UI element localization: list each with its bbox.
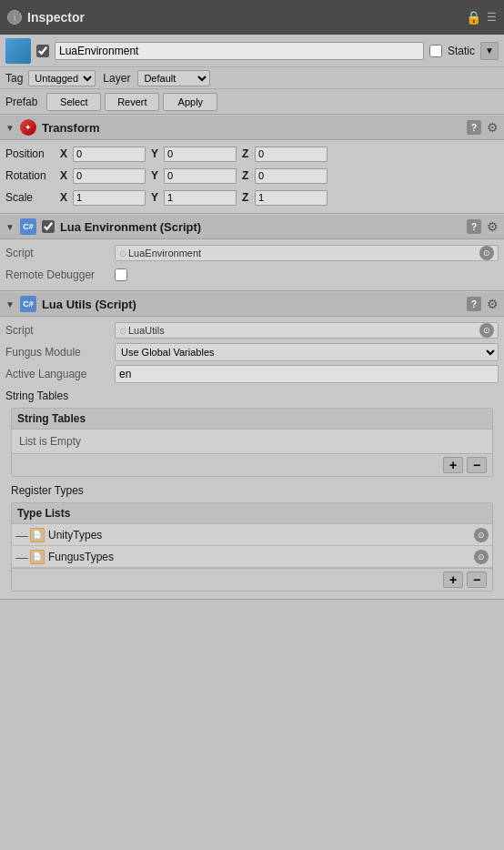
rot-z-input[interactable] xyxy=(255,168,328,184)
header-bar: i Inspector 🔒 ☰ xyxy=(0,0,504,35)
layer-select[interactable]: Default xyxy=(137,70,210,86)
object-name-input[interactable] xyxy=(55,42,424,60)
info-icon: i xyxy=(7,10,22,25)
string-tables-remove-button[interactable]: − xyxy=(467,457,487,473)
layer-label: Layer xyxy=(103,72,130,85)
apply-button[interactable]: Apply xyxy=(163,93,217,111)
type-list-item: — 📄 UnityTypes ⊙ xyxy=(12,524,492,546)
lua-utils-script-name: LuaUtils xyxy=(128,325,479,336)
lua-env-script-target-button[interactable]: ⊙ xyxy=(479,246,494,260)
fungus-module-select[interactable]: Use Global Variables xyxy=(115,343,499,361)
type-list-name-0: UnityTypes xyxy=(48,529,470,541)
lua-env-script-name: LuaEnvironment xyxy=(128,248,479,258)
type-lists-footer: + − xyxy=(12,568,492,591)
tag-layer-row: Tag Untagged Layer Default xyxy=(0,67,504,89)
scl-x-label: X xyxy=(60,191,71,204)
type-lists-add-button[interactable]: + xyxy=(443,572,463,588)
string-tables-header: String Tables xyxy=(12,409,492,430)
select-button[interactable]: Select xyxy=(46,93,101,111)
lua-utils-body: Script ⊙ LuaUtils ⊙ Fungus Module Use Gl… xyxy=(0,317,504,600)
string-tables-footer: + − xyxy=(12,453,492,476)
scl-y-label: Y xyxy=(151,191,162,204)
active-language-input[interactable] xyxy=(115,365,499,383)
active-language-row: Active Language xyxy=(5,364,499,384)
fungus-module-row: Fungus Module Use Global Variables xyxy=(5,342,499,362)
static-checkbox[interactable] xyxy=(429,45,442,57)
register-types-label-row: Register Types xyxy=(5,481,499,499)
type-lists-remove-button[interactable]: − xyxy=(467,572,487,588)
type-lists-header: Type Lists xyxy=(12,503,492,524)
lua-env-script-icon: C# xyxy=(20,218,36,235)
lua-utils-arrow-icon[interactable]: ▼ xyxy=(5,299,15,309)
lock-icon[interactable]: 🔒 xyxy=(466,10,481,25)
lua-utils-gear-icon[interactable]: ⚙ xyxy=(487,297,499,311)
position-label: Position xyxy=(5,147,60,160)
transform-section-header[interactable]: ▼ ✦ Transform ? ⚙ xyxy=(0,115,504,140)
rot-x-input[interactable] xyxy=(73,168,146,184)
lua-env-enabled-checkbox[interactable] xyxy=(42,220,55,233)
object-enabled-checkbox[interactable] xyxy=(36,45,49,57)
rot-z-label: Z xyxy=(242,169,253,182)
lua-env-title: Lua Environment (Script) xyxy=(60,220,461,234)
string-tables-label-row: String Tables xyxy=(5,386,499,404)
type-list-dash-0: — xyxy=(15,528,26,542)
lua-utils-title: Lua Utils (Script) xyxy=(42,298,461,311)
string-tables-label: String Tables xyxy=(5,390,68,402)
string-tables-section: String Tables List is Empty + − xyxy=(11,408,493,477)
scl-z-label: Z xyxy=(242,191,253,204)
pos-x-input[interactable] xyxy=(73,147,146,162)
pos-y-input[interactable] xyxy=(164,147,237,162)
position-row: Position X Y Z xyxy=(5,144,499,164)
active-language-label: Active Language xyxy=(5,368,115,380)
type-list-dash-1: — xyxy=(15,550,26,564)
rotation-row: Rotation X Y Z xyxy=(5,166,499,186)
scl-y-input[interactable] xyxy=(164,190,237,206)
lua-utils-script-label: Script xyxy=(5,324,115,337)
type-list-name-1: FungusTypes xyxy=(48,551,470,563)
scale-row: Scale X Y Z xyxy=(5,187,499,207)
transform-icon: ✦ xyxy=(20,119,36,136)
transform-arrow-icon[interactable]: ▼ xyxy=(5,123,15,133)
lua-utils-script-icon: C# xyxy=(20,296,36,312)
string-tables-empty: List is Empty xyxy=(12,430,492,453)
lua-env-section-header[interactable]: ▼ C# Lua Environment (Script) ? ⚙ xyxy=(0,214,504,239)
rot-x-label: X xyxy=(60,169,71,182)
remote-debugger-checkbox[interactable] xyxy=(115,268,127,281)
lua-utils-script-row: Script ⊙ LuaUtils ⊙ xyxy=(5,320,499,340)
scl-x-input[interactable] xyxy=(73,190,146,206)
revert-button[interactable]: Revert xyxy=(105,93,159,111)
rot-y-input[interactable] xyxy=(164,168,237,184)
rotation-label: Rotation xyxy=(5,169,60,182)
lua-utils-script-target-button[interactable]: ⊙ xyxy=(479,323,494,338)
lua-utils-section-header[interactable]: ▼ C# Lua Utils (Script) ? ⚙ xyxy=(0,291,504,317)
lua-env-gear-icon[interactable]: ⚙ xyxy=(487,219,499,234)
menu-icon[interactable]: ☰ xyxy=(487,11,497,24)
fungus-module-label: Fungus Module xyxy=(5,346,115,359)
transform-gear-icon[interactable]: ⚙ xyxy=(487,120,499,135)
remote-debugger-label: Remote Debugger xyxy=(5,268,115,281)
type-list-target-button-0[interactable]: ⊙ xyxy=(474,528,489,542)
type-list-file-icon-1: 📄 xyxy=(30,550,45,564)
pos-z-label: Z xyxy=(242,147,253,160)
object-row: Static ▼ xyxy=(0,35,504,67)
tag-select[interactable]: Untagged xyxy=(28,70,96,86)
type-list-item: — 📄 FungusTypes ⊙ xyxy=(12,546,492,568)
pos-z-input[interactable] xyxy=(255,147,328,162)
lua-env-script-label: Script xyxy=(5,247,115,259)
inspector-title: Inspector xyxy=(27,10,85,25)
prefab-row: Prefab Select Revert Apply xyxy=(0,89,504,115)
lua-utils-help-icon[interactable]: ? xyxy=(467,297,481,311)
lua-env-script-value-box: ⊙ LuaEnvironment ⊙ xyxy=(115,245,499,261)
scl-z-input[interactable] xyxy=(255,190,328,206)
static-dropdown[interactable]: ▼ xyxy=(480,42,499,60)
rot-y-label: Y xyxy=(151,169,162,182)
lua-env-arrow-icon[interactable]: ▼ xyxy=(5,222,15,232)
lua-env-help-icon[interactable]: ? xyxy=(467,219,481,234)
transform-title: Transform xyxy=(42,121,461,135)
string-tables-add-button[interactable]: + xyxy=(443,457,463,473)
transform-help-icon[interactable]: ? xyxy=(467,120,481,135)
type-list-file-icon-0: 📄 xyxy=(30,528,45,542)
remote-debugger-row: Remote Debugger xyxy=(5,265,499,285)
object-cube-icon xyxy=(5,38,31,64)
type-list-target-button-1[interactable]: ⊙ xyxy=(474,550,489,564)
